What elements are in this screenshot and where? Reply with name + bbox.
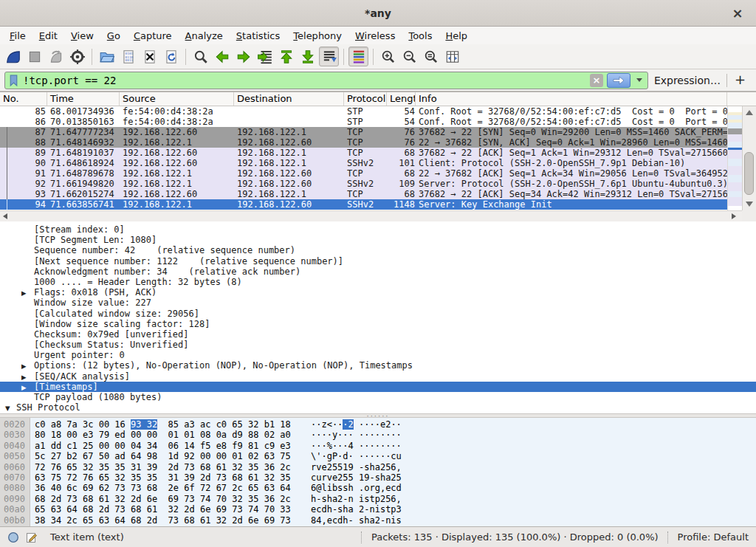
hex-row[interactable]: 00a065 63 64 68 2d 73 68 61 32 2d 6e 69 … [0, 504, 756, 515]
scroll-right-arrow-icon[interactable] [732, 213, 736, 219]
hex-row[interactable]: 00505c 27 b2 67 50 ad 64 98 1d 92 00 00 … [0, 451, 756, 461]
packet-minimap[interactable] [727, 106, 742, 210]
column-header-len[interactable]: Length [387, 92, 416, 106]
packet-row-88[interactable]: 8871.648146932192.168.122.1192.168.122.6… [0, 137, 727, 148]
menu-item-edit[interactable]: Edit [32, 29, 64, 43]
packet-row-94[interactable]: 9471.663856741192.168.122.1192.168.122.6… [0, 199, 727, 210]
detail-line[interactable]: ▶SSH Version 2 (encryption:chacha20-poly… [0, 413, 756, 413]
zoom-original-button[interactable] [421, 47, 441, 66]
splitter-handle[interactable]: ······ [366, 415, 389, 417]
expand-arrow-icon[interactable]: ▶ [21, 361, 27, 371]
menu-item-statistics[interactable]: Statistics [230, 29, 286, 43]
go-last-button[interactable] [298, 47, 317, 66]
detail-line[interactable]: [Checksum Status: Unverified] [0, 340, 756, 350]
scroll-up-arrow-icon[interactable] [746, 110, 753, 115]
packet-row-91[interactable]: 9171.648789678192.168.122.1192.168.122.6… [0, 168, 727, 179]
capture-start-button[interactable] [3, 47, 23, 66]
scroll-down-arrow-icon[interactable] [746, 202, 753, 207]
column-header-time[interactable]: Time [47, 92, 120, 106]
detail-line[interactable]: Checksum: 0x79ed [unverified] [0, 329, 756, 340]
detail-line[interactable]: ▶[Timestamps] [0, 382, 756, 392]
detail-line[interactable]: Sequence number: 42 (relative sequence n… [0, 245, 756, 255]
menu-item-help[interactable]: Help [439, 29, 474, 43]
add-filter-button[interactable]: + [733, 72, 752, 89]
packet-row-90[interactable]: 9071.648618924192.168.122.60192.168.122.… [0, 158, 727, 168]
expert-info-icon[interactable] [7, 531, 19, 543]
menu-item-file[interactable]: File [3, 29, 32, 43]
collapse-arrow-icon[interactable]: ▼ [5, 403, 10, 413]
packet-row-92[interactable]: 9271.661949820192.168.122.1192.168.122.6… [0, 179, 727, 189]
hex-row[interactable]: 007063 75 72 76 65 32 35 35 31 39 2d 73 … [0, 472, 756, 483]
column-header-dst[interactable]: Destination [234, 92, 344, 106]
menu-item-view[interactable]: View [64, 29, 100, 43]
packet-row-93[interactable]: 9371.662015274192.168.122.60192.168.122.… [0, 189, 727, 199]
colorize-button[interactable] [348, 47, 368, 66]
menu-item-capture[interactable]: Capture [127, 29, 179, 43]
capture-comment-icon[interactable] [26, 531, 38, 543]
go-back-button[interactable] [212, 47, 232, 66]
scroll-left-arrow-icon[interactable] [3, 213, 7, 219]
capture-stop-button[interactable] [24, 47, 44, 66]
hex-row[interactable]: 0020c0 a8 7a 3c 00 16 93 32 85 a3 ac c0 … [0, 419, 756, 430]
vscrollbar-thumb[interactable] [744, 152, 754, 195]
hex-row[interactable]: 003080 18 00 e3 79 ed 00 00 01 01 08 0a … [0, 430, 756, 440]
detail-line[interactable]: [TCP Segment Len: 1080] [0, 235, 756, 245]
apply-filter-button[interactable] [607, 73, 630, 88]
close-file-button[interactable] [140, 47, 159, 66]
clear-filter-button[interactable]: × [590, 74, 603, 87]
detail-line[interactable]: ▶Flags: 0x018 (PSH, ACK) [0, 287, 756, 297]
capture-restart-button[interactable] [46, 47, 66, 66]
packet-list-hscrollbar[interactable] [0, 210, 742, 221]
detail-line[interactable]: [Calculated window size: 29056] [0, 309, 756, 319]
menu-item-analyze[interactable]: Analyze [179, 29, 230, 43]
capture-options-button[interactable] [67, 47, 87, 66]
detail-line[interactable]: Acknowledgment number: 34 (relative ack … [0, 266, 756, 277]
detail-line[interactable]: TCP payload (1080 bytes) [0, 392, 756, 402]
detail-line[interactable]: [Next sequence number: 1122 (relative se… [0, 256, 756, 266]
packet-row-85[interactable]: 8568.001734936fe:54:00:d4:38:2aSTP54Conf… [0, 106, 727, 117]
column-header-info[interactable]: Info [416, 92, 727, 106]
zoom-in-button[interactable] [378, 47, 398, 66]
hex-row[interactable]: 008036 40 6c 69 62 73 73 68 2e 6f 72 67 … [0, 483, 756, 493]
zoom-out-button[interactable] [399, 47, 419, 66]
column-header-src[interactable]: Source [120, 92, 234, 106]
menu-item-go[interactable]: Go [100, 29, 127, 43]
find-packet-button[interactable] [190, 47, 210, 66]
hex-row[interactable]: 006072 76 65 32 35 35 31 39 2d 73 68 61 … [0, 462, 756, 472]
profile-label[interactable]: Profile: Default [678, 531, 749, 543]
detail-line[interactable]: ▼SSH Protocol [0, 402, 756, 413]
expression-button[interactable]: Expression… [654, 75, 721, 86]
column-header-proto[interactable]: Protocol [344, 92, 387, 106]
packet-row-89[interactable]: 8971.648191037192.168.122.60192.168.122.… [0, 148, 727, 158]
hex-row[interactable]: 00b038 34 2c 65 63 64 68 2d 73 68 61 32 … [0, 515, 756, 526]
resize-columns-button[interactable] [442, 47, 462, 66]
go-to-packet-button[interactable] [255, 47, 275, 66]
detail-line[interactable]: [Stream index: 0] [0, 224, 756, 235]
filter-dropdown-caret[interactable] [636, 78, 642, 82]
detail-line[interactable]: Urgent pointer: 0 [0, 350, 756, 360]
detail-line[interactable]: ▶Options: (12 bytes), No-Operation (NOP)… [0, 360, 756, 371]
display-filter-input[interactable]: !tcp.port == 22 × [4, 72, 648, 89]
packet-row-86[interactable]: 8670.013850163fe:54:00:d4:38:2aSTP54Conf… [0, 117, 727, 127]
packet-list-vscrollbar[interactable] [742, 106, 756, 210]
filter-text[interactable]: !tcp.port == 22 [23, 75, 586, 86]
menu-item-wireless[interactable]: Wireless [348, 29, 402, 43]
close-button[interactable]: × [729, 4, 746, 21]
menu-item-telephony[interactable]: Telephony [286, 29, 348, 43]
hex-row[interactable]: 0040a1 dd c1 25 00 00 04 34 06 14 f5 e8 … [0, 441, 756, 451]
expand-arrow-icon[interactable]: ▶ [21, 372, 27, 382]
expand-arrow-icon[interactable]: ▶ [21, 288, 27, 297]
auto-scroll-button[interactable] [319, 47, 339, 66]
hex-row[interactable]: 009068 2d 73 68 61 32 2d 6e 69 73 74 70 … [0, 494, 756, 504]
open-file-button[interactable] [97, 47, 117, 66]
detail-line[interactable]: ▶[SEQ/ACK analysis] [0, 371, 756, 382]
column-header-no[interactable]: No. [0, 92, 47, 106]
reload-file-button[interactable] [161, 47, 181, 66]
expand-arrow-icon[interactable]: ▶ [21, 382, 27, 392]
go-first-button[interactable] [276, 47, 296, 66]
detail-line[interactable]: Window size value: 227 [0, 297, 756, 308]
detail-line[interactable]: [Window size scaling factor: 128] [0, 319, 756, 329]
bookmark-icon[interactable] [8, 74, 19, 87]
save-file-button[interactable]: 010101100011 [118, 47, 138, 66]
menu-item-tools[interactable]: Tools [402, 29, 439, 43]
